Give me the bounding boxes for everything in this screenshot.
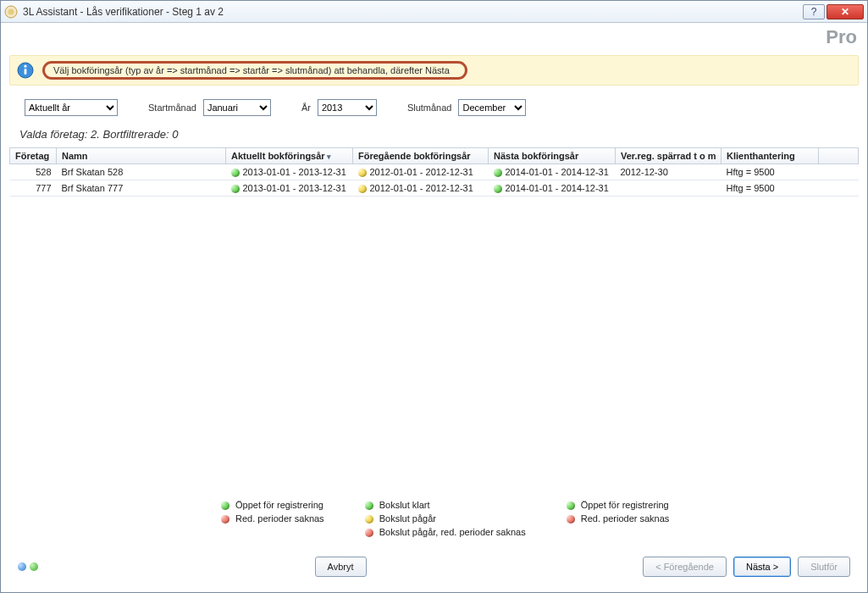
next-button[interactable]: Nästa > <box>733 557 791 577</box>
start-month-label: Startmånad <box>148 103 196 113</box>
legend-item: Öppet för registrering <box>567 500 670 510</box>
col-spacer <box>819 148 859 164</box>
cell-nasta: 2014-01-01 - 2014-12-31 <box>489 180 616 197</box>
start-month-select[interactable]: Januari <box>203 99 271 116</box>
svg-point-1 <box>8 8 14 14</box>
logo-row: Pro <box>9 28 859 53</box>
status-dot-icon <box>494 169 502 177</box>
status-dot-icon <box>494 185 502 193</box>
cell-namn: Brf Skatan 777 <box>57 180 226 197</box>
status-dot-icon <box>365 529 373 537</box>
table-row[interactable]: 777Brf Skatan 7772013-01-01 - 2013-12-31… <box>10 180 859 197</box>
window-title: 3L Assistant - Lås verifikationer - Steg… <box>23 6 803 18</box>
status-dot-icon <box>358 169 367 177</box>
col-foregaende[interactable]: Föregående bokföringsår <box>353 148 489 164</box>
svg-point-4 <box>24 65 26 68</box>
grid-header-row: Företag Namn Aktuellt bokföringsår▾ Före… <box>10 148 859 164</box>
col-nasta[interactable]: Nästa bokföringsår <box>489 148 616 164</box>
cell-foretag: 777 <box>10 180 57 197</box>
legend-item: Bokslut pågår <box>365 513 526 524</box>
finish-button[interactable]: Slutför <box>798 557 850 577</box>
legend-item: Red. perioder saknas <box>221 513 324 524</box>
status-dot-icon <box>221 515 229 524</box>
status-dot-green <box>30 563 38 571</box>
info-icon <box>17 62 34 79</box>
dialog-window: 3L Assistant - Lås verifikationer - Steg… <box>0 0 868 593</box>
legend-col-2: Bokslut klart Bokslut pågår Bokslut pågå… <box>365 500 526 537</box>
cell-aktuellt: 2013-01-01 - 2013-12-31 <box>226 180 353 197</box>
legend-col-1: Öppet för registrering Red. perioder sak… <box>221 500 324 537</box>
status-dot-icon <box>221 502 229 510</box>
back-button[interactable]: < Föregående <box>643 557 727 577</box>
cell-klient: Hftg = 9500 <box>721 180 819 197</box>
status-dot-icon <box>567 502 575 510</box>
cell-verreg: 2012-12-30 <box>616 164 721 180</box>
year-label: År <box>301 103 311 113</box>
cell-namn: Brf Skatan 528 <box>57 164 226 180</box>
content-area: Pro Välj bokföringsår (typ av år => star… <box>1 23 867 592</box>
status-dot-icon <box>358 185 367 193</box>
col-verreg[interactable]: Ver.reg. spärrad t o m <box>616 148 721 164</box>
selection-summary: Valda företag: 2. Bortfiltrerade: 0 <box>9 123 859 147</box>
status-dot-blue <box>18 563 26 571</box>
col-namn[interactable]: Namn <box>57 148 226 164</box>
year-type-select[interactable]: Aktuellt år <box>25 99 118 116</box>
company-grid: Företag Namn Aktuellt bokföringsår▾ Före… <box>9 148 859 197</box>
product-logo: Pro <box>826 28 857 53</box>
svg-rect-3 <box>25 69 27 75</box>
close-button[interactable]: ✕ <box>827 4 864 19</box>
status-dot-icon <box>231 169 240 177</box>
info-message: Välj bokföringsår (typ av år => startmån… <box>53 65 450 75</box>
status-dot-icon <box>231 185 240 193</box>
cell-foregaende: 2012-01-01 - 2012-12-31 <box>353 164 489 180</box>
end-month-select[interactable]: December <box>458 99 526 116</box>
info-message-highlight: Välj bokföringsår (typ av år => startmån… <box>42 61 467 80</box>
table-row[interactable]: 528Brf Skatan 5282013-01-01 - 2013-12-31… <box>10 164 859 180</box>
year-select[interactable]: 2013 <box>318 99 377 116</box>
legend-item: Bokslut klart <box>365 500 526 510</box>
help-button[interactable]: ? <box>803 4 825 19</box>
info-banner: Välj bokföringsår (typ av år => startmån… <box>9 55 859 86</box>
cell-nasta: 2014-01-01 - 2014-12-31 <box>489 164 616 180</box>
col-foretag[interactable]: Företag <box>10 148 57 164</box>
legend-item: Red. perioder saknas <box>567 513 670 524</box>
cell-aktuellt: 2013-01-01 - 2013-12-31 <box>226 164 353 180</box>
legend-item: Öppet för registrering <box>221 500 324 510</box>
app-icon <box>4 5 18 19</box>
filter-row: Aktuellt år Startmånad Januari År 2013 S… <box>9 92 859 123</box>
status-dot-icon <box>567 515 575 524</box>
legend: Öppet för registrering Red. perioder sak… <box>9 491 859 549</box>
footer: Avbryt < Föregående Nästa > Slutför <box>9 549 859 585</box>
legend-col-3: Öppet för registrering Red. perioder sak… <box>567 500 670 537</box>
cancel-button[interactable]: Avbryt <box>315 557 367 577</box>
end-month-label: Slutmånad <box>407 103 452 113</box>
cell-verreg <box>616 180 721 197</box>
status-dot-icon <box>365 515 373 524</box>
cell-foretag: 528 <box>10 164 57 180</box>
status-dot-icon <box>365 502 373 510</box>
titlebar: 3L Assistant - Lås verifikationer - Steg… <box>1 1 867 23</box>
cell-klient: Hftg = 9500 <box>721 164 819 180</box>
status-icons <box>18 563 38 571</box>
col-klient[interactable]: Klienthantering <box>721 148 819 164</box>
cell-foregaende: 2012-01-01 - 2012-12-31 <box>353 180 489 197</box>
legend-item: Bokslut pågår, red. perioder saknas <box>365 527 526 537</box>
col-aktuellt[interactable]: Aktuellt bokföringsår▾ <box>226 148 353 164</box>
grid-wrap: Företag Namn Aktuellt bokföringsår▾ Före… <box>9 147 859 491</box>
